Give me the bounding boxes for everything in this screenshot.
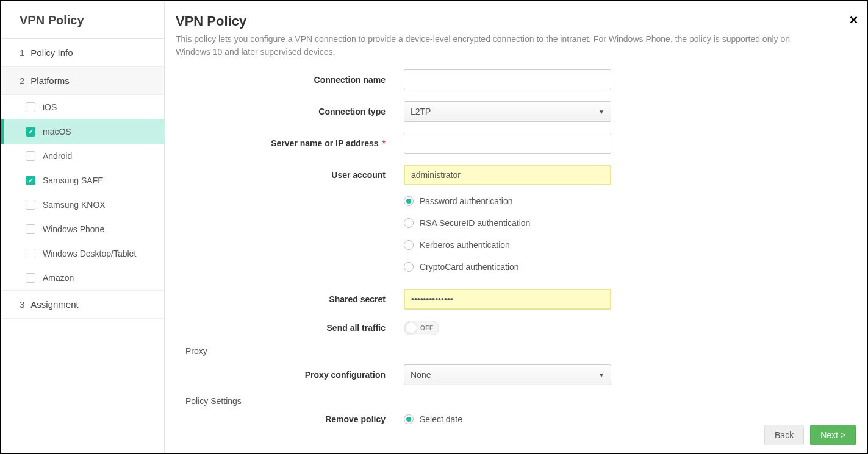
label-connection-type: Connection type — [176, 107, 404, 116]
sidebar-item-samsung-knox[interactable]: Samsung KNOX — [1, 193, 164, 217]
label-server: Server name or IP address * — [176, 138, 404, 148]
label-send-all-traffic: Send all traffic — [176, 323, 404, 333]
platform-label: Windows Phone — [43, 224, 104, 234]
radio-select-date[interactable]: Select date — [404, 414, 462, 424]
close-icon[interactable]: ✕ — [849, 13, 858, 27]
platform-label: macOS — [43, 127, 71, 137]
send-all-traffic-toggle[interactable]: OFF — [404, 321, 439, 335]
footer-actions: Back Next > — [764, 425, 856, 445]
checkbox-icon[interactable] — [26, 151, 35, 161]
chevron-down-icon: ▼ — [598, 372, 604, 378]
sidebar-step-policy-info[interactable]: 1 Policy Info — [1, 39, 164, 67]
radio-cryptocard-auth[interactable]: CryptoCard authentication — [404, 262, 611, 272]
sidebar-item-amazon[interactable]: Amazon — [1, 266, 164, 290]
back-button[interactable]: Back — [764, 425, 804, 445]
sidebar-item-windows-phone[interactable]: Windows Phone — [1, 217, 164, 241]
page-description: This policy lets you configure a VPN con… — [176, 33, 816, 59]
radio-icon — [404, 196, 414, 206]
label-user-account: User account — [176, 170, 404, 180]
step-label: Assignment — [30, 299, 78, 310]
next-button[interactable]: Next > — [810, 425, 856, 445]
required-marker: * — [382, 138, 386, 148]
sidebar-title: VPN Policy — [1, 1, 164, 39]
checkbox-icon[interactable] — [26, 249, 35, 258]
platform-label: Samsung SAFE — [43, 176, 104, 185]
sidebar: VPN Policy 1 Policy Info 2 Platforms iOS… — [1, 1, 165, 453]
radio-label: Password authentication — [420, 196, 513, 206]
section-proxy: Proxy — [185, 346, 848, 356]
checkbox-icon[interactable] — [26, 127, 35, 137]
sidebar-item-windows-desktop[interactable]: Windows Desktop/Tablet — [1, 241, 164, 266]
radio-icon — [404, 240, 414, 250]
label-remove-policy: Remove policy — [176, 414, 404, 424]
sidebar-item-android[interactable]: Android — [1, 144, 164, 168]
user-account-input[interactable] — [404, 165, 611, 185]
checkbox-icon[interactable] — [26, 102, 35, 112]
sidebar-item-ios[interactable]: iOS — [1, 95, 164, 119]
step-number: 1 — [20, 48, 24, 58]
chevron-down-icon: ▼ — [598, 108, 604, 115]
main-panel: ✕ VPN Policy This policy lets you config… — [165, 1, 867, 453]
page-title: VPN Policy — [176, 13, 848, 29]
platform-label: Android — [43, 151, 72, 161]
radio-rsa-auth[interactable]: RSA SecureID authentication — [404, 218, 611, 228]
label-proxy-config: Proxy configuration — [176, 370, 404, 380]
platform-label: Samsung KNOX — [43, 200, 106, 210]
radio-password-auth[interactable]: Password authentication — [404, 196, 611, 206]
radio-kerberos-auth[interactable]: Kerberos authentication — [404, 240, 611, 250]
platform-label: iOS — [43, 102, 57, 112]
select-value: L2TP — [411, 107, 431, 116]
sidebar-step-assignment[interactable]: 3 Assignment — [1, 290, 164, 319]
auth-radio-group: Password authentication RSA SecureID aut… — [404, 196, 611, 278]
checkbox-icon[interactable] — [26, 273, 35, 283]
sidebar-item-macos[interactable]: macOS — [1, 119, 164, 144]
radio-icon — [404, 414, 414, 424]
radio-label: RSA SecureID authentication — [420, 218, 530, 228]
toggle-knob — [405, 322, 417, 334]
label-shared-secret: Shared secret — [176, 294, 404, 304]
checkbox-icon[interactable] — [26, 176, 35, 185]
step-number: 2 — [20, 76, 24, 86]
select-value: None — [411, 370, 431, 380]
connection-name-input[interactable] — [404, 69, 611, 90]
section-policy-settings: Policy Settings — [185, 396, 848, 406]
label-connection-name: Connection name — [176, 75, 404, 85]
radio-icon — [404, 262, 414, 272]
step-label: Platforms — [30, 76, 69, 86]
step-label: Policy Info — [30, 48, 73, 58]
checkbox-icon[interactable] — [26, 200, 35, 210]
radio-label: Select date — [420, 414, 462, 424]
server-input[interactable] — [404, 133, 611, 154]
platform-label: Amazon — [43, 273, 74, 283]
platform-label: Windows Desktop/Tablet — [43, 249, 136, 258]
sidebar-step-platforms[interactable]: 2 Platforms — [1, 67, 164, 95]
proxy-config-select[interactable]: None ▼ — [404, 364, 611, 385]
toggle-label: OFF — [420, 325, 434, 332]
step-number: 3 — [20, 299, 24, 310]
sidebar-item-samsung-safe[interactable]: Samsung SAFE — [1, 168, 164, 193]
radio-icon — [404, 218, 414, 228]
radio-label: CryptoCard authentication — [420, 262, 519, 272]
shared-secret-input[interactable] — [404, 289, 611, 310]
connection-type-select[interactable]: L2TP ▼ — [404, 101, 611, 122]
checkbox-icon[interactable] — [26, 224, 35, 234]
radio-label: Kerberos authentication — [420, 240, 510, 250]
